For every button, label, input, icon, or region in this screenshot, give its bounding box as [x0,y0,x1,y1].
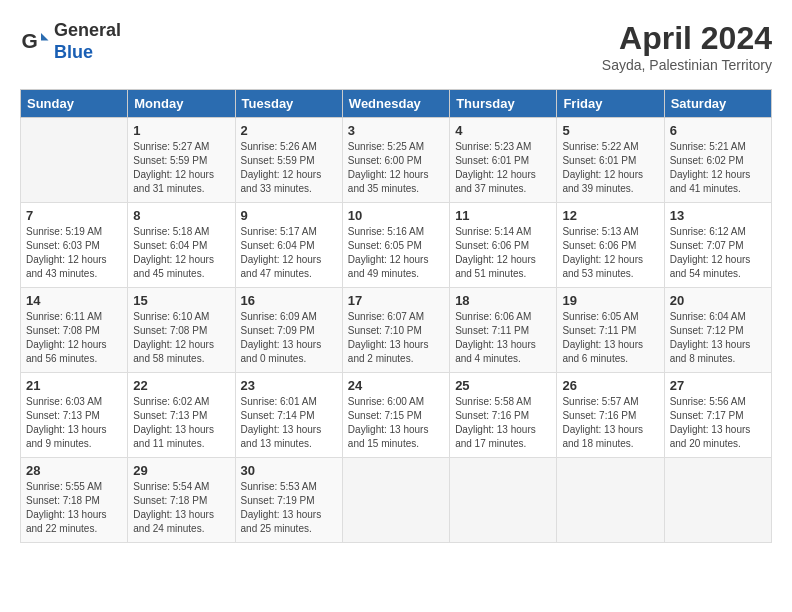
calendar-cell: 25Sunrise: 5:58 AM Sunset: 7:16 PM Dayli… [450,373,557,458]
day-info: Sunrise: 5:53 AM Sunset: 7:19 PM Dayligh… [241,480,337,536]
calendar-cell [557,458,664,543]
day-number: 3 [348,123,444,138]
calendar-cell: 6Sunrise: 5:21 AM Sunset: 6:02 PM Daylig… [664,118,771,203]
svg-text:G: G [22,29,38,52]
day-info: Sunrise: 6:07 AM Sunset: 7:10 PM Dayligh… [348,310,444,366]
day-info: Sunrise: 5:27 AM Sunset: 5:59 PM Dayligh… [133,140,229,196]
day-info: Sunrise: 5:22 AM Sunset: 6:01 PM Dayligh… [562,140,658,196]
day-info: Sunrise: 5:17 AM Sunset: 6:04 PM Dayligh… [241,225,337,281]
day-info: Sunrise: 5:14 AM Sunset: 6:06 PM Dayligh… [455,225,551,281]
calendar-week-4: 21Sunrise: 6:03 AM Sunset: 7:13 PM Dayli… [21,373,772,458]
calendar-cell: 5Sunrise: 5:22 AM Sunset: 6:01 PM Daylig… [557,118,664,203]
header-day-tuesday: Tuesday [235,90,342,118]
day-number: 24 [348,378,444,393]
calendar-table: SundayMondayTuesdayWednesdayThursdayFrid… [20,89,772,543]
calendar-cell: 13Sunrise: 6:12 AM Sunset: 7:07 PM Dayli… [664,203,771,288]
header-day-saturday: Saturday [664,90,771,118]
day-number: 5 [562,123,658,138]
day-number: 20 [670,293,766,308]
month-title: April 2024 [602,20,772,57]
day-number: 16 [241,293,337,308]
day-number: 13 [670,208,766,223]
location: Sayda, Palestinian Territory [602,57,772,73]
day-info: Sunrise: 6:03 AM Sunset: 7:13 PM Dayligh… [26,395,122,451]
day-number: 25 [455,378,551,393]
calendar-week-5: 28Sunrise: 5:55 AM Sunset: 7:18 PM Dayli… [21,458,772,543]
svg-marker-1 [41,33,49,41]
calendar-cell: 24Sunrise: 6:00 AM Sunset: 7:15 PM Dayli… [342,373,449,458]
calendar-cell: 23Sunrise: 6:01 AM Sunset: 7:14 PM Dayli… [235,373,342,458]
calendar-cell: 7Sunrise: 5:19 AM Sunset: 6:03 PM Daylig… [21,203,128,288]
calendar-cell: 4Sunrise: 5:23 AM Sunset: 6:01 PM Daylig… [450,118,557,203]
calendar-cell: 19Sunrise: 6:05 AM Sunset: 7:11 PM Dayli… [557,288,664,373]
day-info: Sunrise: 5:16 AM Sunset: 6:05 PM Dayligh… [348,225,444,281]
header-day-thursday: Thursday [450,90,557,118]
day-info: Sunrise: 6:00 AM Sunset: 7:15 PM Dayligh… [348,395,444,451]
day-info: Sunrise: 6:12 AM Sunset: 7:07 PM Dayligh… [670,225,766,281]
day-info: Sunrise: 6:06 AM Sunset: 7:11 PM Dayligh… [455,310,551,366]
calendar-cell: 1Sunrise: 5:27 AM Sunset: 5:59 PM Daylig… [128,118,235,203]
page-header: G General Blue April 2024 Sayda, Palesti… [20,20,772,73]
title-block: April 2024 Sayda, Palestinian Territory [602,20,772,73]
day-info: Sunrise: 6:10 AM Sunset: 7:08 PM Dayligh… [133,310,229,366]
calendar-cell: 30Sunrise: 5:53 AM Sunset: 7:19 PM Dayli… [235,458,342,543]
logo-text: General Blue [54,20,121,63]
header-day-friday: Friday [557,90,664,118]
day-number: 11 [455,208,551,223]
day-number: 6 [670,123,766,138]
logo: G General Blue [20,20,121,63]
calendar-week-2: 7Sunrise: 5:19 AM Sunset: 6:03 PM Daylig… [21,203,772,288]
calendar-cell: 9Sunrise: 5:17 AM Sunset: 6:04 PM Daylig… [235,203,342,288]
day-number: 17 [348,293,444,308]
day-info: Sunrise: 5:56 AM Sunset: 7:17 PM Dayligh… [670,395,766,451]
calendar-week-3: 14Sunrise: 6:11 AM Sunset: 7:08 PM Dayli… [21,288,772,373]
day-number: 9 [241,208,337,223]
calendar-cell: 18Sunrise: 6:06 AM Sunset: 7:11 PM Dayli… [450,288,557,373]
calendar-cell: 22Sunrise: 6:02 AM Sunset: 7:13 PM Dayli… [128,373,235,458]
day-number: 26 [562,378,658,393]
day-number: 1 [133,123,229,138]
calendar-week-1: 1Sunrise: 5:27 AM Sunset: 5:59 PM Daylig… [21,118,772,203]
calendar-cell: 2Sunrise: 5:26 AM Sunset: 5:59 PM Daylig… [235,118,342,203]
day-info: Sunrise: 6:11 AM Sunset: 7:08 PM Dayligh… [26,310,122,366]
calendar-cell: 26Sunrise: 5:57 AM Sunset: 7:16 PM Dayli… [557,373,664,458]
calendar-cell: 21Sunrise: 6:03 AM Sunset: 7:13 PM Dayli… [21,373,128,458]
header-day-sunday: Sunday [21,90,128,118]
day-number: 19 [562,293,658,308]
calendar-cell: 20Sunrise: 6:04 AM Sunset: 7:12 PM Dayli… [664,288,771,373]
calendar-cell: 16Sunrise: 6:09 AM Sunset: 7:09 PM Dayli… [235,288,342,373]
header-day-monday: Monday [128,90,235,118]
day-info: Sunrise: 5:18 AM Sunset: 6:04 PM Dayligh… [133,225,229,281]
day-number: 22 [133,378,229,393]
day-number: 2 [241,123,337,138]
day-info: Sunrise: 5:55 AM Sunset: 7:18 PM Dayligh… [26,480,122,536]
day-info: Sunrise: 6:05 AM Sunset: 7:11 PM Dayligh… [562,310,658,366]
day-info: Sunrise: 5:19 AM Sunset: 6:03 PM Dayligh… [26,225,122,281]
header-day-wednesday: Wednesday [342,90,449,118]
day-info: Sunrise: 6:01 AM Sunset: 7:14 PM Dayligh… [241,395,337,451]
day-number: 28 [26,463,122,478]
day-number: 8 [133,208,229,223]
logo-icon: G [20,27,50,57]
day-number: 23 [241,378,337,393]
day-number: 18 [455,293,551,308]
calendar-cell: 27Sunrise: 5:56 AM Sunset: 7:17 PM Dayli… [664,373,771,458]
day-info: Sunrise: 6:09 AM Sunset: 7:09 PM Dayligh… [241,310,337,366]
calendar-cell: 10Sunrise: 5:16 AM Sunset: 6:05 PM Dayli… [342,203,449,288]
calendar-cell [664,458,771,543]
day-number: 10 [348,208,444,223]
day-number: 30 [241,463,337,478]
day-number: 7 [26,208,122,223]
day-number: 12 [562,208,658,223]
calendar-header: SundayMondayTuesdayWednesdayThursdayFrid… [21,90,772,118]
calendar-body: 1Sunrise: 5:27 AM Sunset: 5:59 PM Daylig… [21,118,772,543]
day-number: 29 [133,463,229,478]
calendar-cell [342,458,449,543]
day-info: Sunrise: 5:54 AM Sunset: 7:18 PM Dayligh… [133,480,229,536]
day-info: Sunrise: 5:57 AM Sunset: 7:16 PM Dayligh… [562,395,658,451]
day-info: Sunrise: 5:58 AM Sunset: 7:16 PM Dayligh… [455,395,551,451]
calendar-cell: 15Sunrise: 6:10 AM Sunset: 7:08 PM Dayli… [128,288,235,373]
day-info: Sunrise: 5:21 AM Sunset: 6:02 PM Dayligh… [670,140,766,196]
day-info: Sunrise: 6:04 AM Sunset: 7:12 PM Dayligh… [670,310,766,366]
day-number: 27 [670,378,766,393]
